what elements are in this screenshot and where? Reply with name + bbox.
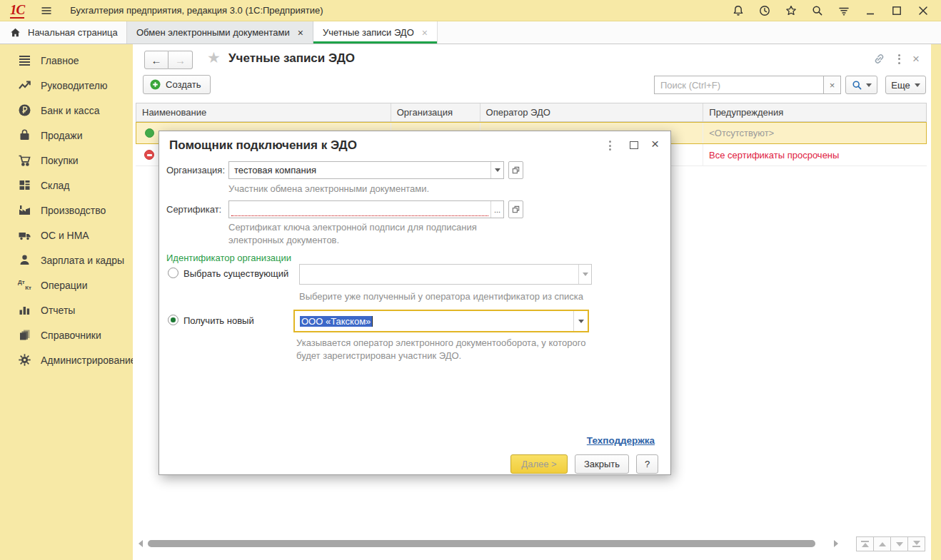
sidebar-item-label: Покупки [41,155,79,166]
favorite-star-icon[interactable]: ★ [207,49,221,66]
sidebar-item-label: Отчеты [41,305,75,316]
sidebar-item-otchety[interactable]: Отчеты [0,297,133,322]
link-icon[interactable] [872,52,886,66]
sidebar-item-operacii[interactable]: ДтКт Операции [0,273,133,297]
sidebar-item-os-i-nma[interactable]: ОС и НМА [0,223,133,248]
search-button[interactable] [845,76,877,94]
go-to-top-button[interactable] [856,536,874,551]
favorites-star-icon[interactable] [785,4,797,17]
search-magnifier-icon [852,80,862,91]
certificate-open-button[interactable] [508,200,523,218]
table-header: Наименование Организация Оператор ЭДО Пр… [136,103,927,122]
organization-dropdown-button[interactable] [490,162,503,178]
maximize-icon[interactable] [890,4,903,17]
operator-hint: Указывается оператор электронного докуме… [296,337,603,362]
create-button-label: Создать [166,79,201,90]
main-menu-icon[interactable] [40,4,53,17]
history-icon[interactable] [758,4,771,17]
tab-exchange-documents[interactable]: Обмен электронными документами × [127,21,313,44]
sidebar-item-bank-i-kassa[interactable]: Банк и касса [0,98,133,123]
dialog-close-icon[interactable]: × [651,136,659,152]
operator-dropdown-button[interactable] [573,311,588,331]
search-icon[interactable] [811,4,824,17]
scroll-right-icon[interactable] [834,540,838,547]
tab-edo-accounts[interactable]: Учетные записи ЭДО × [313,21,438,44]
sidebar-item-pokupki[interactable]: Покупки [0,148,133,173]
certificate-field[interactable]: ... [228,200,504,218]
column-header-name[interactable]: Наименование [136,103,391,121]
warning-cell: Все сертификаты просрочены [703,144,926,166]
tab-home[interactable]: Начальная страница [0,21,127,44]
column-header-organization[interactable]: Организация [391,103,480,121]
operator-selected-value[interactable]: ООО «Такском» [300,316,373,327]
section-label-organization-id: Идентификатор организации [166,253,291,263]
tab-close-icon[interactable]: × [298,29,303,37]
radio-get-new[interactable] [168,315,178,325]
column-header-operator[interactable]: Оператор ЭДО [480,103,704,121]
warning-cell: <Отсутствуют> [703,123,926,143]
create-button[interactable]: Создать [143,75,211,94]
back-button[interactable]: ← [144,51,168,69]
tab-label: Обмен электронными документами [136,27,290,38]
certificate-ellipsis-button[interactable]: ... [490,201,503,218]
minimize-icon[interactable] [864,4,877,17]
1c-logo: 1С [10,3,24,19]
go-up-button[interactable] [873,536,891,551]
status-red-icon [144,150,154,160]
go-down-button[interactable] [890,536,908,551]
go-to-bottom-button[interactable] [907,536,925,551]
scroll-left-icon[interactable] [139,540,143,547]
radio-get-new-label[interactable]: Получить новый [183,315,254,326]
column-header-warnings[interactable]: Предупреждения [703,103,926,121]
right-yellow-strip [931,44,941,560]
organization-combo[interactable]: тестовая компания [228,161,504,179]
trend-icon [18,78,31,92]
certificate-value[interactable] [229,201,490,218]
horizontal-scrollbar[interactable] [139,538,838,549]
organization-value[interactable]: тестовая компания [229,162,490,178]
sidebar-item-sklad[interactable]: Склад [0,173,133,198]
tab-label: Учетные записи ЭДО [323,27,414,38]
organization-open-button[interactable] [508,161,523,179]
scrollbar-thumb[interactable] [148,540,815,547]
more-button[interactable]: Еще [885,76,926,94]
support-link[interactable]: Техподдержка [587,435,655,446]
open-form-icon [511,166,520,175]
warehouse-icon [18,178,31,192]
sidebar-item-glavnoe[interactable]: Главное [0,48,133,73]
sidebar-item-prodazhi[interactable]: Продажи [0,123,133,148]
sidebar-item-spravochniki[interactable]: Справочники [0,322,133,347]
search-input[interactable] [654,76,824,94]
operator-combo[interactable]: ООО «Такском» [293,310,589,332]
sidebar-item-label: Продажи [41,130,82,141]
next-button[interactable]: Далее > [510,454,568,474]
notifications-bell-icon[interactable] [732,4,745,17]
page-title: Учетные записи ЭДО [228,51,355,66]
status-green-icon [145,128,154,138]
radio-select-existing[interactable] [168,268,178,278]
service-menu-icon[interactable] [837,4,850,17]
sidebar-item-zarplata-i-kadry[interactable]: Зарплата и кадры [0,248,133,273]
existing-id-dropdown-button[interactable] [578,265,591,284]
sidebar-item-rukovoditelyu[interactable]: Руководителю [0,73,133,98]
help-button[interactable]: ? [636,454,658,474]
forward-button[interactable]: → [168,51,193,69]
chevron-down-icon [915,83,920,87]
existing-id-combo[interactable] [299,264,592,285]
close-form-icon[interactable]: × [912,54,920,64]
plus-icon [150,79,161,90]
tab-close-icon[interactable]: × [422,29,428,37]
close-window-icon[interactable] [917,4,930,17]
more-actions-kebab-icon[interactable] [898,54,900,64]
sidebar-item-label: Склад [41,180,70,191]
search-clear-button[interactable]: × [824,76,841,94]
sidebar-item-label: Операции [41,280,88,291]
dialog-kebab-icon[interactable] [609,141,611,151]
close-button[interactable]: Закрыть [575,454,629,474]
sidebar-item-proizvodstvo[interactable]: Производство [0,198,133,223]
radio-select-existing-label[interactable]: Выбрать существующий [183,268,288,279]
dialog-maximize-icon[interactable] [630,141,638,149]
sidebar-item-administrirovanie[interactable]: Администрирование [0,347,133,372]
home-icon [9,26,21,39]
person-icon [18,253,31,267]
